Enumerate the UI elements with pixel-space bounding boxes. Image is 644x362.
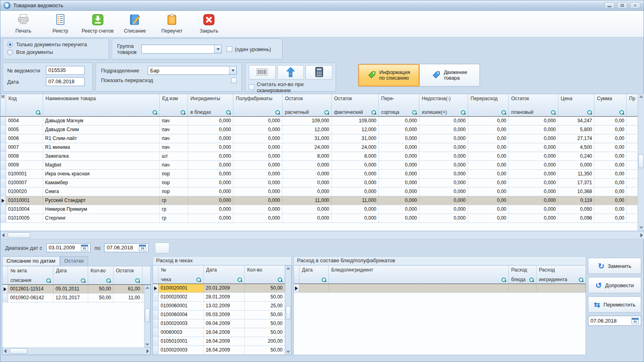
writeoff-vscrollbar[interactable] [144,285,151,348]
table-row[interactable]: 0009 Magbet пач 0,000 0,000 0,000 0,000 … [0,161,638,170]
cell[interactable]: 0,000 [188,205,233,214]
cell[interactable]: 34,247 [558,117,594,125]
cell[interactable]: R1 Слим-лайт [43,134,160,143]
cell[interactable]: 0100060001 [159,302,204,310]
cell[interactable]: 0,000 [283,214,332,222]
cell[interactable] [509,284,537,292]
search-icon[interactable] [324,110,329,115]
cell[interactable]: 0,000 [419,205,468,214]
cell[interactable]: 0,000 [509,161,558,169]
cell[interactable]: 50,00 [245,311,285,319]
cell[interactable]: 0,000 [188,152,233,160]
table-row[interactable]: 0100020 Семга пор 0,000 0,000 0,000 0,00… [0,187,638,196]
cell[interactable]: 0,00 [594,161,627,169]
chevron-down-icon[interactable] [229,66,236,74]
cell[interactable]: 0,00 [468,205,509,214]
all-docs-radio[interactable] [7,49,13,55]
cell[interactable]: 0100001 [6,170,43,178]
cell[interactable]: Зажигалка [43,152,160,160]
table-row[interactable]: 0105010001 16.04.2009 200,00 [153,337,285,346]
cell[interactable]: 0,000 [233,179,283,187]
cell[interactable]: 0,000 [379,134,419,143]
receipts-vscrollbar[interactable] [285,265,291,355]
calculator-button[interactable] [305,65,332,80]
cell[interactable]: 0,000 [233,196,283,205]
cell[interactable]: 0,000 [332,161,379,169]
column-header[interactable]: №чека [159,265,204,284]
column-header[interactable]: Кол-во [88,266,114,284]
cell[interactable]: 11,000 [283,196,332,205]
main-grid-vscrollbar[interactable] [638,94,644,230]
table-row[interactable]: 01010001 Русский Стандарт гр 0,000 0,000… [0,196,638,205]
cell[interactable]: пор [160,187,188,196]
cell[interactable]: 0010902-06142 [8,294,54,302]
move-button[interactable]: ⇆ Переместить [588,296,641,313]
print-button[interactable]: Печать [8,12,39,36]
cell[interactable]: 0,000 [509,205,558,214]
cell[interactable] [627,179,638,187]
tab-writeoff-by-dates[interactable]: Списание по датам [2,256,60,265]
cell[interactable]: 31,000 [283,134,332,143]
cell[interactable]: 31,000 [332,134,379,143]
cell[interactable]: 11,00 [114,294,142,302]
calendar-icon[interactable]: 31 [81,245,88,251]
cell[interactable]: 24,000 [332,143,379,152]
close-button[interactable]: Закрыть [193,12,225,36]
table-row[interactable]: 0010902-06142 12.01.2017 50,00 11,00 [2,294,151,302]
cell[interactable]: 0,000 [233,187,283,196]
cell[interactable]: 4,500 [558,143,594,152]
cell[interactable]: 0100007 [6,179,43,187]
cell[interactable]: 0,000 [379,205,419,214]
cell[interactable]: 0,000 [419,152,468,160]
cell[interactable]: 0,000 [233,143,283,152]
column-header[interactable]: Дата [54,266,88,284]
cell[interactable]: 0,00 [468,161,509,169]
cell[interactable]: пач [160,125,188,134]
cell[interactable]: 0,000 [283,187,332,196]
recount-button[interactable]: Переучет [156,12,188,36]
cell[interactable]: 0,000 [379,161,419,169]
tab-remainders[interactable]: Остатки [60,256,88,265]
column-header[interactable]: Остаток [114,266,142,284]
table-row[interactable]: 00060003 16.04.2009 50,00 [153,328,285,337]
column-header[interactable]: Кол-во [245,265,285,284]
writeoff-hscrollbar[interactable] [2,348,151,355]
table-row[interactable] [294,284,586,293]
column-header[interactable]: Остатокрасчетный [283,94,332,116]
cell[interactable]: 17,371 [558,179,594,187]
cell[interactable]: 0,000 [379,170,419,178]
cell[interactable]: 0,000 [188,161,233,169]
sheet-no-field[interactable]: 015535 [46,66,85,75]
cell[interactable]: 12,000 [332,125,379,134]
table-row[interactable]: 0100020003 16.04.2009 50,00 [153,346,285,355]
cell[interactable]: 0,00 [468,170,509,178]
cell[interactable]: 25,00 [245,302,285,310]
cell[interactable]: 0,096 [558,214,594,222]
upload-button[interactable] [277,65,304,80]
cell[interactable]: 0100020001 [159,284,204,292]
writeoff-button[interactable]: Списание [119,12,151,36]
cell[interactable]: 00060003 [159,328,204,337]
cell[interactable]: 0004 [6,117,43,125]
cell[interactable]: 16.04.2009 [204,337,245,346]
search-icon[interactable] [372,110,376,115]
cell[interactable]: Стерлинг [43,214,160,222]
cell[interactable]: Икра очень красная [43,170,160,178]
cell[interactable]: 0,000 [509,187,558,196]
cell[interactable]: 0100020 [6,187,43,196]
cell[interactable]: 0,000 [419,134,468,143]
search-icon[interactable] [106,278,111,283]
cell[interactable]: 0100020002 [159,293,204,301]
cell[interactable]: 0,000 [509,134,558,143]
cell[interactable]: 50,00 [88,285,114,293]
table-row[interactable]: 0012601-11514 05.01.2011 50,00 61,00 [2,285,151,294]
cell[interactable]: 0,000 [509,125,558,134]
registry-button[interactable]: Реестр [45,12,76,36]
search-icon[interactable] [461,110,466,115]
column-header[interactable]: Перерасход [468,94,509,116]
search-icon[interactable] [46,278,51,283]
cell[interactable]: 13.02.2009 [204,302,245,310]
one-level-checkbox[interactable] [227,46,232,52]
cell[interactable]: Русский Стандарт [43,196,160,205]
goods-movement-button[interactable]: Движениетовара [419,64,480,86]
